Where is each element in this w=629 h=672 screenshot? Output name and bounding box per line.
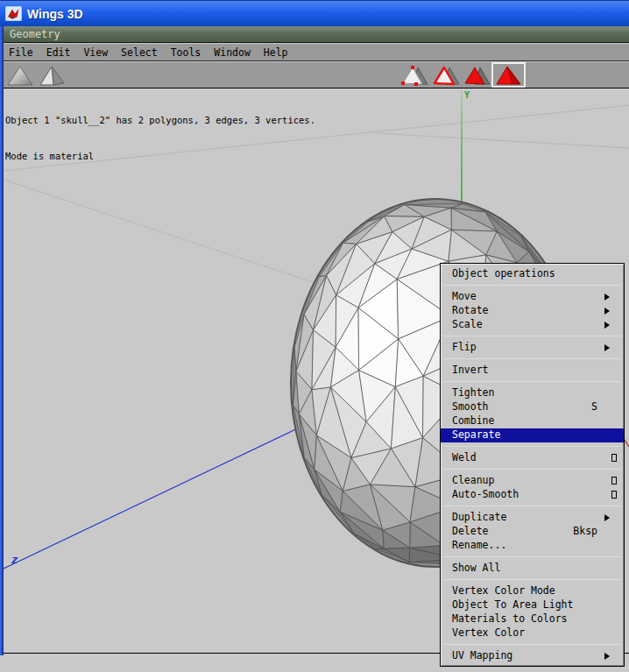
menubar-item-tools[interactable]: Tools [171,46,201,59]
menu-item-label: Weld [452,451,477,463]
menu-item-shortcut: S [591,400,597,414]
menu-item-shortcut: Bksp [573,525,597,538]
face-select-mode-button[interactable] [463,65,491,87]
context-menu-title: Object operations [441,265,624,281]
menu-item-flip[interactable]: Flip [441,341,624,355]
menu-item-uv-mapping[interactable]: UV Mapping [441,649,624,663]
menu-item-label: Move [452,290,477,302]
menu-item-label: Invert [452,364,489,376]
menu-item-label: Smooth [452,400,489,413]
menubar-item-window[interactable]: Window [214,46,251,59]
viewport-info-overlay: Object 1 "skull__2" has 2 polygons, 3 ed… [5,91,315,186]
menubar: FileEditViewSelectToolsWindowHelp [4,44,629,61]
menu-separator [443,381,621,382]
context-menu: Object operationsMoveRotateScaleFlipInve… [440,263,625,667]
geometry-window-title: Geometry [10,28,60,40]
menu-item-vertex-color-mode[interactable]: Vertex Color Mode [441,584,624,598]
menu-item-label: Scale [452,318,483,330]
menu-separator [443,469,621,470]
menu-item-combine[interactable]: Combine [441,414,624,428]
submenu-arrow-icon [604,322,610,329]
menu-item-duplicate[interactable]: Duplicate [441,511,624,525]
window-left-border [0,26,4,655]
menubar-item-view[interactable]: View [83,46,108,59]
menu-item-delete[interactable]: DeleteBksp [441,525,624,539]
menubar-item-file[interactable]: File [9,46,33,59]
menu-item-label: Object To Area Light [452,598,573,611]
flat-shading-icon[interactable] [39,65,67,87]
y-axis: Y [462,90,470,202]
menu-item-label: Materials to Colors [452,612,568,625]
info-line-2: Mode is material [5,151,315,163]
menu-item-label: Flip [452,341,477,353]
menu-item-invert[interactable]: Invert [441,364,624,378]
menu-item-object-to-area-light[interactable]: Object To Area Light [441,598,624,612]
menu-item-label: Vertex Color [452,626,525,639]
menu-item-move[interactable]: Move [441,290,624,304]
vertex-select-mode-button[interactable] [401,65,429,87]
menu-item-label: Rotate [452,304,489,316]
submenu-arrow-icon [604,514,610,521]
menu-item-label: Separate [452,428,500,441]
menu-separator [443,446,621,447]
menu-item-scale[interactable]: Scale [441,318,624,332]
menu-separator [443,556,621,557]
info-line-1: Object 1 "skull__2" has 2 polygons, 3 ed… [5,115,315,127]
submenu-arrow-icon [604,344,610,351]
geometry-window-header[interactable]: Geometry [4,26,629,43]
menu-item-separate[interactable]: Separate [441,428,624,442]
smooth-shading-icon[interactable] [7,65,35,87]
menu-item-tighten[interactable]: Tighten [441,386,624,400]
menubar-item-help[interactable]: Help [264,46,288,59]
menu-item-label: Auto-Smooth [452,488,519,500]
menu-item-rename[interactable]: Rename... [441,539,624,553]
menu-item-cleanup[interactable]: Cleanup [441,474,624,488]
menu-item-show-all[interactable]: Show All [441,562,624,576]
edge-select-mode-button[interactable] [433,65,461,87]
menu-item-label: Vertex Color Mode [452,584,555,597]
menu-item-label: Duplicate [452,511,506,523]
window-title: Wings 3D [27,7,83,21]
svg-text:Y: Y [464,90,470,100]
submenu-arrow-icon [604,308,610,315]
option-box-icon [611,491,617,499]
svg-text:z: z [11,554,18,566]
menu-separator [443,644,621,645]
body-select-mode-frame [491,62,526,88]
submenu-arrow-icon [604,653,610,660]
menu-separator [443,579,621,580]
menu-separator [443,285,621,286]
menu-item-label: Show All [452,562,500,574]
menu-separator [443,506,621,506]
menu-item-rotate[interactable]: Rotate [441,304,624,318]
menu-item-smooth[interactable]: SmoothS [441,400,624,414]
menu-item-label: UV Mapping [452,649,512,661]
menu-item-vertex-color[interactable]: Vertex Color [441,626,624,640]
wings3d-window: Wings 3D Geometry FileEditViewSelectTool… [0,0,629,672]
menu-item-label: Rename... [452,539,506,551]
menu-item-auto-smooth[interactable]: Auto-Smooth [441,488,624,502]
option-box-icon [611,454,617,462]
menu-item-label: Delete [452,525,489,537]
menu-item-label: Tighten [452,386,494,399]
titlebar[interactable]: Wings 3D [0,0,629,26]
submenu-arrow-icon [604,294,610,301]
menu-item-label: Cleanup [452,474,494,486]
body-select-mode-button[interactable] [495,65,523,87]
menu-item-materials-to-colors[interactable]: Materials to Colors [441,612,624,626]
toolbar [4,62,629,88]
menu-item-weld[interactable]: Weld [441,451,624,465]
menu-item-label: Combine [452,414,494,427]
menubar-item-select[interactable]: Select [121,46,158,59]
menu-separator [443,358,621,359]
app-icon [5,6,22,21]
option-box-icon [611,477,617,485]
menubar-item-edit[interactable]: Edit [46,46,71,59]
menu-separator [443,336,621,336]
z-axis: z [4,426,303,569]
